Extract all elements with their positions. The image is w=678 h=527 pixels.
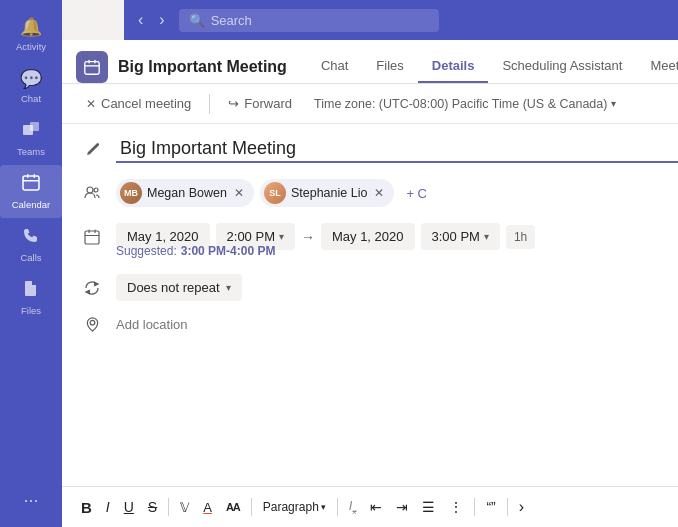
datetime-icon (78, 229, 106, 245)
formula-button[interactable]: 𝕍 (175, 497, 194, 518)
editor-divider-4 (474, 498, 475, 516)
underline-button[interactable]: U (119, 496, 139, 518)
bold-button[interactable]: B (76, 496, 97, 519)
svg-rect-14 (89, 229, 90, 233)
location-icon (78, 317, 106, 332)
add-attendee-button[interactable]: + C (400, 184, 433, 203)
forward-icon: ↪ (228, 96, 239, 111)
title-row (78, 136, 678, 163)
calendar-nav-icon (22, 173, 40, 196)
avatar-sl-initials: SL (269, 188, 281, 198)
svg-rect-6 (85, 61, 99, 74)
tab-details[interactable]: Details (418, 50, 489, 83)
svg-rect-8 (88, 59, 89, 63)
strikethrough-button[interactable]: S (143, 496, 162, 518)
timezone-selector[interactable]: Time zone: (UTC-08:00) Pacific Time (US … (314, 97, 616, 111)
bullet-list-button[interactable]: ☰ (417, 496, 440, 518)
location-input[interactable] (116, 317, 678, 332)
sidebar-item-calendar-label: Calendar (12, 199, 51, 210)
increase-indent-button[interactable]: ⇥ (391, 496, 413, 518)
sidebar-more-button[interactable]: ··· (23, 490, 38, 511)
toolbar-divider (209, 94, 210, 114)
quote-button[interactable]: “” (481, 496, 500, 518)
end-date-picker[interactable]: May 1, 2020 (321, 223, 415, 250)
attendee-megan-name: Megan Bowen (147, 186, 227, 200)
sidebar-item-files[interactable]: Files (0, 271, 62, 324)
attendee-chip-megan: MB Megan Bowen ✕ (116, 179, 254, 207)
svg-rect-1 (30, 122, 39, 131)
svg-rect-3 (23, 180, 39, 182)
attendee-stephanie-name: Stephanie Lio (291, 186, 367, 200)
toolbar: ✕ Cancel meeting ↪ Forward Time zone: (U… (62, 84, 678, 124)
tab-files[interactable]: Files (362, 50, 417, 83)
editor-toolbar: B I U S 𝕍 A AA Paragraph ▾ Ix ⇤ ⇥ ☰ ⋮ (62, 486, 678, 527)
repeat-chevron-icon: ▾ (226, 282, 231, 293)
svg-rect-2 (23, 176, 39, 190)
editor-divider-5 (507, 498, 508, 516)
forward-button[interactable]: › (153, 9, 170, 31)
search-box: 🔍 (179, 9, 439, 32)
cancel-meeting-button[interactable]: ✕ Cancel meeting (76, 92, 201, 115)
svg-point-11 (94, 188, 98, 192)
svg-rect-4 (27, 174, 29, 178)
activity-icon: 🔔 (20, 16, 42, 38)
app-container: 🔔 Activity 💬 Chat Teams (0, 0, 678, 527)
svg-rect-9 (94, 59, 95, 63)
attendee-chip-stephanie: SL Stephanie Lio ✕ (260, 179, 394, 207)
clear-formatting-button[interactable]: Ix (344, 495, 362, 519)
meeting-title: Big Important Meeting (118, 58, 287, 76)
remove-stephanie-button[interactable]: ✕ (374, 186, 384, 200)
time-range-arrow-icon: → (301, 229, 315, 245)
sidebar-item-teams[interactable]: Teams (0, 112, 62, 165)
svg-point-16 (90, 320, 95, 325)
timezone-chevron-icon: ▾ (611, 98, 616, 109)
italic-button[interactable]: I (101, 496, 115, 518)
end-time-picker[interactable]: 3:00 PM ▾ (421, 223, 500, 250)
editor-divider-3 (337, 498, 338, 516)
svg-rect-15 (95, 229, 96, 233)
end-time-chevron-icon: ▾ (484, 231, 489, 242)
cancel-icon: ✕ (86, 97, 96, 111)
attendees-area: MB Megan Bowen ✕ SL Stephanie Lio ✕ (116, 179, 678, 207)
edit-icon (78, 142, 106, 157)
avatar-mb-initials: MB (124, 188, 138, 198)
sidebar-item-chat[interactable]: 💬 Chat (0, 60, 62, 112)
svg-rect-5 (34, 174, 36, 178)
repeat-row: Does not repeat ▾ (78, 274, 678, 301)
meeting-title-input[interactable] (116, 136, 678, 163)
sidebar-item-activity-label: Activity (16, 41, 46, 52)
font-size-button[interactable]: AA (221, 498, 245, 516)
sidebar-item-activity[interactable]: 🔔 Activity (0, 8, 62, 60)
suggestion-label: Suggested: (116, 244, 177, 258)
repeat-dropdown[interactable]: Does not repeat ▾ (116, 274, 242, 301)
paragraph-chevron-icon: ▾ (321, 502, 326, 512)
more-formatting-button[interactable]: › (514, 495, 529, 519)
numbered-list-button[interactable]: ⋮ (444, 496, 468, 518)
paragraph-dropdown[interactable]: Paragraph ▾ (258, 497, 331, 517)
chat-icon: 💬 (20, 68, 42, 90)
main-content: Big Important Meeting Chat Files Details… (62, 40, 678, 527)
sidebar-item-files-label: Files (21, 305, 41, 316)
suggestion-time: 3:00 PM-4:00 PM (181, 244, 276, 258)
sidebar: 🔔 Activity 💬 Chat Teams (0, 0, 62, 527)
location-row (78, 317, 678, 332)
avatar-stephanie: SL (264, 182, 286, 204)
tab-chat[interactable]: Chat (307, 50, 362, 83)
forward-button-toolbar[interactable]: ↪ Forward (218, 92, 302, 115)
meeting-tabs: Chat Files Details Scheduling Assistant … (307, 50, 678, 83)
editor-divider-2 (251, 498, 252, 516)
back-button[interactable]: ‹ (132, 9, 149, 31)
search-icon: 🔍 (189, 13, 205, 28)
sidebar-item-calendar[interactable]: Calendar (0, 165, 62, 218)
remove-megan-button[interactable]: ✕ (234, 186, 244, 200)
search-input[interactable] (211, 13, 429, 28)
calls-icon (22, 226, 40, 249)
decrease-indent-button[interactable]: ⇤ (365, 496, 387, 518)
sidebar-item-calls[interactable]: Calls (0, 218, 62, 271)
tab-meeting-notes[interactable]: Meeting notes (636, 50, 678, 83)
avatar-megan: MB (120, 182, 142, 204)
font-color-button[interactable]: A (198, 497, 217, 518)
tab-scheduling[interactable]: Scheduling Assistant (488, 50, 636, 83)
top-bar: ‹ › 🔍 (124, 0, 678, 40)
duration-badge: 1h (506, 225, 535, 249)
